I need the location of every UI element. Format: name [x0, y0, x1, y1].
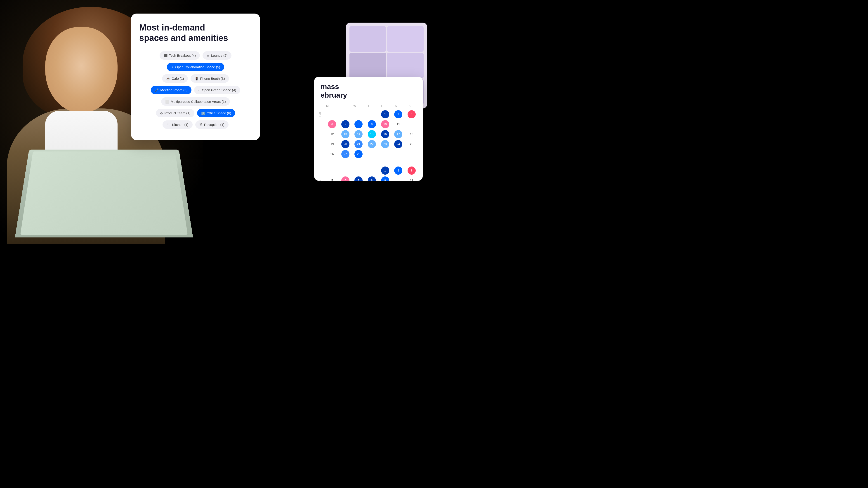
march-grid: 1 2 3 5 5 6 7 8 9 11 [314, 166, 423, 181]
meeting-icon: 🎤 [155, 88, 159, 92]
green-icon: ○ [198, 88, 200, 92]
cal-day-empty [341, 166, 349, 175]
cal-day-empty [408, 150, 416, 158]
day-header-s: S [389, 103, 403, 108]
phone-icon: 📱 [195, 77, 198, 80]
cal-day-20[interactable]: 20 [341, 140, 349, 148]
cal-day-27[interactable]: 27 [341, 150, 349, 158]
fp-cell-1 [349, 26, 386, 52]
cal-day-8[interactable]: 8 [354, 120, 363, 128]
mar-week-2: 5 5 6 7 8 9 11 [319, 176, 418, 181]
mar-day-1[interactable]: 1 [381, 166, 389, 175]
cal-day-25[interactable]: 25 [408, 140, 416, 148]
tag-open-collaboration[interactable]: ✦ Open Collaboration Space (5) [167, 63, 224, 71]
tag-label: Cafe (1) [172, 76, 184, 80]
collab-icon: ✦ [171, 65, 174, 69]
tag-label: Lounge (2) [211, 54, 228, 57]
cal-day-15[interactable]: 15 [368, 130, 376, 138]
cal-day-empty [368, 110, 376, 119]
cal-week-4: 19 20 21 22 23 24 25 [319, 140, 418, 149]
cal-day-26[interactable]: 26 [328, 150, 336, 158]
cal-day-11[interactable]: 11 [394, 120, 402, 128]
tag-multipurpose[interactable]: ⬜ Multipurpose Collaboration Areas (1) [161, 97, 230, 106]
tags-row-1: ⬛ Tech Breakout (4) ▭ Lounge (2) [160, 51, 232, 60]
day-header-s2: S [403, 103, 416, 108]
tag-kitchen[interactable]: 🍴 Kitchen (1) [162, 121, 193, 129]
cal-day-21[interactable]: 21 [354, 140, 363, 148]
day-header-t2: T [362, 103, 375, 108]
tag-meeting-room[interactable]: 🎤 Meeting Room (3) [151, 86, 191, 94]
cal-day-13[interactable]: 13 [341, 130, 349, 138]
cal-day-6[interactable]: 6 [328, 120, 336, 128]
tags-row-7: 🍴 Kitchen (1) 🏛 Reception (1) [162, 121, 228, 129]
mar-day-7[interactable]: 7 [354, 176, 363, 181]
tag-product-team[interactable]: ⚙ Product Team (1) [156, 109, 195, 117]
cal-day-17[interactable]: 17 [394, 130, 402, 138]
tags-row-4: 🎤 Meeting Room (3) ○ Open Green Space (4… [151, 86, 240, 94]
tags-row-5: ⬜ Multipurpose Collaboration Areas (1) [161, 97, 230, 106]
tag-label: Reception (1) [204, 123, 224, 127]
mar-day-9[interactable]: 9 [381, 176, 389, 181]
cal-day-empty [394, 150, 402, 158]
tag-label: Product Team (1) [164, 111, 191, 115]
tag-reception[interactable]: 🏛 Reception (1) [195, 121, 228, 129]
cal-day-empty [368, 166, 376, 175]
tags-row-3: ☕ Cafe (1) 📱 Phone Booth (3) [162, 74, 229, 83]
office-icon: 🏢 [201, 111, 205, 115]
cal-day-19[interactable]: 19 [328, 140, 336, 148]
tag-lounge[interactable]: ▭ Lounge (2) [203, 51, 232, 60]
mar-day-8[interactable]: 8 [368, 176, 376, 181]
tag-open-green[interactable]: ○ Open Green Space (4) [194, 86, 240, 94]
calendar-card: massebruary M T W T F S S FEB 1 2 3 6 7 [314, 77, 423, 181]
fp-cell-4 [387, 53, 424, 78]
calendar-feb-grid: M T W T F S S FEB 1 2 3 6 7 8 9 10 11 [314, 103, 423, 163]
mar-week-1: 1 2 3 [319, 166, 418, 175]
cal-day-3[interactable]: 3 [408, 110, 416, 119]
cal-day-12[interactable]: 12 [328, 130, 336, 138]
card-title: Most in-demandspaces and amenities [139, 23, 252, 43]
kitchen-icon: 🍴 [166, 123, 170, 127]
cafe-icon: ☕ [166, 77, 170, 80]
cal-day-23[interactable]: 23 [381, 140, 389, 148]
cal-week-5: 26 27 28 [319, 150, 418, 159]
spaces-amenities-card: Most in-demandspaces and amenities ⬛ Tec… [131, 13, 260, 140]
tag-tech-breakout[interactable]: ⬛ Tech Breakout (4) [160, 51, 200, 60]
cal-day-empty [354, 110, 363, 119]
calendar-header: massebruary [314, 77, 423, 103]
fp-cell-3 [349, 53, 386, 78]
cal-day-1[interactable]: 1 [381, 110, 389, 119]
cal-day-2[interactable]: 2 [394, 110, 402, 119]
cal-week-1: FEB 1 2 3 [319, 110, 418, 119]
day-headers: M T W T F S S [319, 103, 418, 108]
reception-icon: 🏛 [199, 123, 203, 127]
cal-day-empty [354, 166, 363, 175]
tag-label: Office Space (6) [207, 111, 231, 115]
cal-day-10[interactable]: 10 [381, 120, 389, 128]
cal-day-24[interactable]: 24 [394, 140, 402, 148]
tag-label: Kitchen (1) [172, 123, 188, 127]
mar-day-3[interactable]: 3 [408, 166, 416, 175]
cal-day-9[interactable]: 9 [368, 120, 376, 128]
tag-phone-booth[interactable]: 📱 Phone Booth (3) [191, 74, 229, 83]
cal-day-7[interactable]: 7 [341, 120, 349, 128]
tag-office-space[interactable]: 🏢 Office Space (6) [197, 109, 235, 117]
cal-day-empty [328, 110, 336, 119]
lounge-icon: ▭ [207, 54, 210, 57]
person-face [45, 27, 118, 113]
mar-day-2[interactable]: 2 [394, 166, 402, 175]
cal-day-22[interactable]: 22 [368, 140, 376, 148]
calendar-divider [319, 163, 418, 163]
cal-day-14[interactable]: 14 [354, 130, 363, 138]
cal-day-16[interactable]: 16 [381, 130, 389, 138]
tag-label: Phone Booth (3) [200, 76, 225, 80]
cal-day-28[interactable]: 28 [354, 150, 363, 158]
week-label-5: 5 [319, 180, 326, 181]
day-header-w: W [348, 103, 362, 108]
cal-day-18[interactable]: 18 [408, 130, 416, 138]
mar-day-5[interactable]: 5 [328, 176, 336, 181]
laptop-screen [20, 151, 188, 235]
mar-day-11[interactable]: 11 [408, 176, 416, 181]
cal-day-empty [408, 120, 416, 128]
mar-day-6[interactable]: 6 [341, 176, 349, 181]
tag-cafe[interactable]: ☕ Cafe (1) [162, 74, 188, 83]
